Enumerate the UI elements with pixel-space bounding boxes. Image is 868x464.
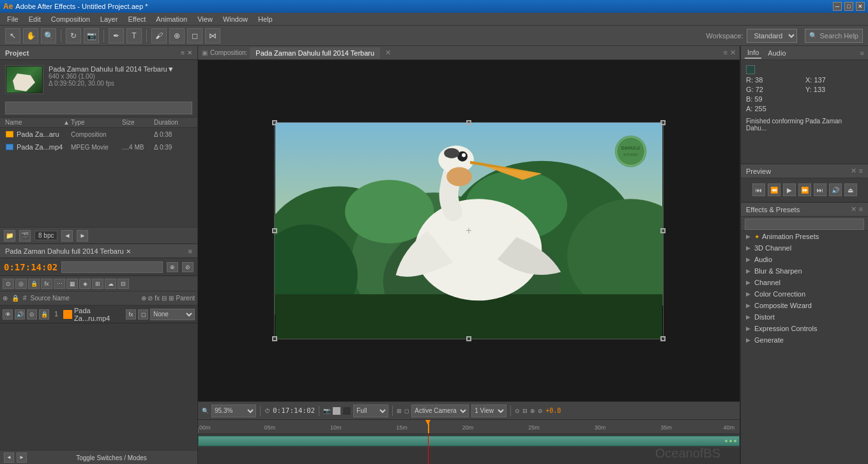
tl-ctrl-a[interactable]: ⊙ bbox=[3, 279, 14, 289]
menu-edit[interactable]: Edit bbox=[24, 14, 45, 24]
effects-menu-btn[interactable]: ≡ bbox=[859, 205, 863, 213]
tool-rotate[interactable]: ↻ bbox=[66, 28, 81, 43]
tool-zoom[interactable]: 🔍 bbox=[41, 28, 56, 43]
timeline-ctrl-2[interactable]: ⊘ bbox=[182, 262, 194, 272]
comp-handle-left[interactable] bbox=[272, 228, 277, 233]
comp-zoom-select[interactable]: 95.3% bbox=[211, 405, 256, 417]
tl-ctrl-b[interactable]: ◎ bbox=[15, 279, 27, 289]
search-help-box[interactable]: 🔍 Search Help bbox=[805, 29, 863, 43]
timeline-ctrl-1[interactable]: ⊕ bbox=[167, 262, 178, 272]
tool-puppet[interactable]: ⋈ bbox=[205, 28, 220, 43]
effect-item-expression[interactable]: ▶ Expression Controls bbox=[741, 323, 868, 334]
effect-item-channel[interactable]: ▶ Channel bbox=[741, 277, 868, 288]
layer-solo[interactable]: ⊙ bbox=[27, 309, 37, 320]
timeline-search-input[interactable] bbox=[61, 261, 163, 273]
tl-ctrl-d[interactable]: fx bbox=[41, 279, 52, 289]
info-panel-menu[interactable]: ≡ bbox=[860, 49, 864, 57]
project-nav-button[interactable]: ► bbox=[77, 230, 88, 242]
project-panel-close[interactable]: ✕ bbox=[187, 49, 192, 56]
new-folder-button[interactable]: 📁 bbox=[4, 230, 15, 242]
preview-play-btn[interactable]: ▶ bbox=[783, 183, 796, 196]
effect-item-audio[interactable]: ▶ Audio bbox=[741, 254, 868, 265]
workspace-select[interactable]: Standard bbox=[747, 29, 797, 43]
layer-fx-btn[interactable]: fx bbox=[126, 309, 136, 320]
effect-item-generate[interactable]: ▶ Generate bbox=[741, 334, 868, 346]
menu-window[interactable]: Window bbox=[218, 14, 252, 24]
toggle-switches-modes[interactable]: Toggle Switches / Modes bbox=[29, 454, 194, 461]
effect-item-color[interactable]: ▶ Color Correction bbox=[741, 288, 868, 300]
timeline-layer-row[interactable]: 👁 🔊 ⊙ 🔒 1 Pada Za...ru.mp4 fx ◻ None bbox=[0, 305, 197, 323]
preview-menu-btn[interactable]: ≡ bbox=[859, 167, 863, 175]
comp-quality-select[interactable]: Full bbox=[353, 405, 388, 417]
comp-handle-tl[interactable] bbox=[272, 120, 277, 125]
preview-close-btn[interactable]: ✕ bbox=[851, 167, 857, 175]
menu-help[interactable]: Help bbox=[254, 14, 277, 24]
project-settings-button[interactable]: ◄ bbox=[61, 230, 73, 242]
tl-ctrl-e[interactable]: ⋯ bbox=[54, 279, 65, 289]
menu-view[interactable]: View bbox=[193, 14, 217, 24]
menu-animation[interactable]: Animation bbox=[151, 14, 192, 24]
project-panel-menu[interactable]: ≡ bbox=[181, 49, 185, 56]
comp-view-select[interactable]: Active Camera bbox=[411, 405, 469, 417]
tl-ctrl-c[interactable]: 🔒 bbox=[28, 279, 40, 289]
comp-handle-bottom[interactable] bbox=[466, 336, 471, 341]
preview-ram-btn[interactable]: ⏏ bbox=[844, 183, 857, 196]
effect-item-blur[interactable]: ▶ Blur & Sharpen bbox=[741, 265, 868, 277]
comp-handle-tr[interactable] bbox=[660, 120, 666, 125]
layer-visibility[interactable]: 👁 bbox=[3, 309, 13, 320]
tool-clone[interactable]: ⊕ bbox=[169, 28, 185, 43]
tl-ctrl-g[interactable]: ◈ bbox=[79, 279, 91, 289]
comp-handle-top[interactable] bbox=[466, 120, 471, 125]
menu-layer[interactable]: Layer bbox=[96, 14, 123, 24]
tool-select[interactable]: ↖ bbox=[5, 28, 20, 43]
tl-next-frame[interactable]: ► bbox=[17, 452, 27, 463]
menu-effect[interactable]: Effect bbox=[123, 14, 150, 24]
tool-camera[interactable]: 📷 bbox=[84, 28, 99, 43]
tool-pen[interactable]: ✒ bbox=[109, 28, 124, 43]
tl-ctrl-h[interactable]: ⊞ bbox=[92, 279, 103, 289]
layer-audio[interactable]: 🔊 bbox=[15, 309, 25, 320]
menu-file[interactable]: File bbox=[3, 14, 23, 24]
tab-info[interactable]: Info bbox=[745, 47, 761, 59]
project-item-comp[interactable]: Pada Za...aru Composition Δ 0:38 bbox=[0, 128, 197, 141]
tl-ctrl-j[interactable]: ⊟ bbox=[118, 279, 129, 289]
preview-last-btn[interactable]: ⏭ bbox=[814, 183, 826, 196]
layer-lock[interactable]: 🔒 bbox=[39, 309, 49, 320]
close-button[interactable]: ✕ bbox=[856, 2, 865, 11]
tool-brush[interactable]: 🖌 bbox=[151, 28, 167, 43]
tl-prev-frame[interactable]: ◄ bbox=[4, 452, 14, 463]
timeline-panel-menu[interactable]: ≡ bbox=[188, 247, 192, 255]
comp-tab-close[interactable]: ✕ bbox=[385, 49, 391, 57]
preview-next-btn[interactable]: ⏩ bbox=[798, 183, 811, 196]
tab-audio[interactable]: Audio bbox=[765, 48, 788, 58]
comp-handle-right[interactable] bbox=[660, 228, 666, 233]
minimize-button[interactable]: ─ bbox=[833, 2, 842, 11]
preview-first-btn[interactable]: ⏮ bbox=[752, 183, 765, 196]
effect-item-3dchannel[interactable]: ▶ 3D Channel bbox=[741, 242, 868, 254]
comp-viewer[interactable]: DAHULU STUDIO Dahulu + bbox=[198, 60, 740, 401]
preview-prev-btn[interactable]: ⏪ bbox=[768, 183, 780, 196]
tool-text[interactable]: T bbox=[126, 28, 142, 43]
maximize-button[interactable]: □ bbox=[844, 2, 853, 11]
tl-ctrl-i[interactable]: ☁ bbox=[105, 279, 116, 289]
effects-close-btn[interactable]: ✕ bbox=[851, 205, 857, 213]
tl-ctrl-f[interactable]: ▦ bbox=[66, 279, 78, 289]
window-controls[interactable]: ─ □ ✕ bbox=[833, 2, 865, 11]
preview-audio-btn[interactable]: 🔊 bbox=[829, 183, 842, 196]
tool-hand[interactable]: ✋ bbox=[23, 28, 38, 43]
project-search-input[interactable] bbox=[5, 102, 192, 114]
info-menu-icon[interactable]: ≡ bbox=[860, 49, 864, 57]
comp-tab-main[interactable]: Pada Zaman Dahulu full 2014 Terbaru bbox=[250, 47, 380, 59]
new-comp-button[interactable]: 🎬 bbox=[19, 230, 31, 242]
comp-layout-select[interactable]: 1 View bbox=[471, 405, 506, 417]
comp-panel-menu-icon[interactable]: ≡ bbox=[724, 49, 727, 57]
effect-item-distort[interactable]: ▶ Distort bbox=[741, 311, 868, 323]
effects-search-input[interactable] bbox=[745, 219, 864, 230]
tool-eraser[interactable]: ◻ bbox=[187, 28, 202, 43]
menu-composition[interactable]: Composition bbox=[47, 14, 95, 24]
layer-parent-select[interactable]: None bbox=[150, 309, 195, 320]
layer-quality[interactable]: ◻ bbox=[138, 309, 148, 320]
effect-item-anim-presets[interactable]: ▶ ✦ Animation Presets bbox=[741, 231, 868, 242]
comp-handle-br[interactable] bbox=[660, 336, 666, 341]
effect-item-composite[interactable]: ▶ Composite Wizard bbox=[741, 300, 868, 311]
